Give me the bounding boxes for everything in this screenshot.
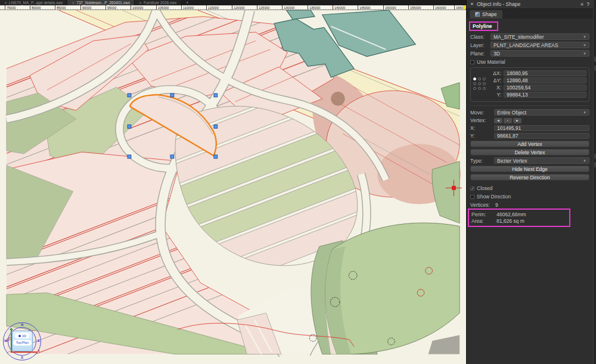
ruler-tick: 125000: [257, 5, 269, 10]
ruler-tick: 85000: [55, 5, 66, 10]
vertex-mid-button[interactable]: ▪: [504, 118, 512, 123]
add-vertex-button[interactable]: Add Vertex: [470, 141, 589, 147]
ruler-tick: 115000: [206, 5, 219, 10]
ruler-tick: 145000: [358, 5, 370, 10]
y-label: Y:: [491, 92, 504, 98]
area-label: Area:: [471, 218, 496, 224]
document-tabbar: ✕ LNS79_MA_P...ape details.vwx ✕ 737_Nob…: [0, 0, 466, 5]
ruler-tick: 120000: [232, 5, 244, 10]
help-icon[interactable]: ?: [586, 1, 589, 7]
close-icon[interactable]: ✕: [4, 1, 7, 5]
show-direction-label: Show Direction: [477, 194, 511, 200]
chevron-down-icon: ▼: [583, 111, 586, 114]
hide-next-edge-button[interactable]: Hide Next Edge: [470, 166, 589, 172]
vertex-x-field[interactable]: 101495,91: [494, 125, 589, 131]
doc-tab-label: 737_Noblessn...P_260401.vwx: [76, 1, 130, 5]
doc-tab-1[interactable]: ✕ LNS79_MA_P...ape details.vwx: [0, 0, 67, 5]
view-compass[interactable]: N E S W X 2D Top/Plan: [3, 322, 42, 362]
layer-label: Layer:: [470, 42, 491, 48]
ruler-tick: 100000: [131, 5, 143, 10]
vertex-type-select[interactable]: Bezier Vertex ▼: [494, 157, 589, 164]
layer-value: PLNT_LANDSCAPE AREAS: [493, 42, 583, 48]
vertices-label: Vertices:: [470, 202, 495, 208]
plane-label: Plane:: [470, 51, 491, 57]
class-select[interactable]: MA_SITE_sitemodifier ▼: [491, 33, 589, 40]
chevron-down-icon: ▼: [583, 52, 586, 55]
vertex-type-label: Type:: [470, 158, 494, 164]
tab-shape-label: Shape: [482, 11, 497, 17]
vertex-y-label: Y:: [470, 133, 494, 139]
doc-tab-2[interactable]: ✕ 737_Noblessn...P_260401.vwx: [67, 0, 135, 5]
dy-field[interactable]: 12880,48: [504, 77, 586, 83]
ruler-tick: 90000: [80, 5, 91, 10]
ruler-tick: 95000: [105, 5, 116, 10]
tree-canopy: [331, 92, 344, 105]
layer-select[interactable]: PLNT_LANDSCAPE AREAS ▼: [491, 42, 589, 48]
x-label: X:: [491, 85, 504, 91]
doc-tab-label: Furniture 2026.vwx: [144, 1, 176, 5]
tab-shape[interactable]: Shape: [470, 10, 502, 18]
ruler-tick: 75000: [5, 5, 15, 10]
vertex-type-value: Bezier Vertex: [497, 158, 583, 164]
closed-label: Closed: [477, 185, 492, 191]
area-value: 81,626 sq m: [496, 218, 524, 224]
close-icon[interactable]: ✕: [139, 1, 142, 5]
close-icon[interactable]: ✕: [470, 2, 474, 7]
chevron-down-icon: ▼: [583, 159, 586, 163]
vertex-next-button[interactable]: ▶: [513, 118, 522, 123]
docked-palette-sliver[interactable]: [593, 0, 596, 364]
vertex-x-label: X:: [470, 125, 494, 131]
move-label: Move:: [470, 110, 494, 116]
dx-label: ΔX:: [491, 70, 504, 76]
closed-checkbox[interactable]: ✓: [470, 186, 474, 191]
compass-east[interactable]: E: [38, 339, 40, 343]
ruler-tick: 150000: [383, 5, 396, 10]
palette-tabstrip: Shape: [467, 9, 593, 18]
ruler-tick: 155000: [408, 5, 421, 10]
dx-field[interactable]: 18080,95: [504, 70, 586, 76]
menu-icon[interactable]: ≡: [581, 1, 583, 7]
drawing-canvas[interactable]: N E S W X 2D Top/Plan: [0, 10, 466, 364]
ruler-tick: 130000: [282, 5, 294, 10]
vertex-prev-button[interactable]: ◀: [494, 118, 502, 123]
move-select[interactable]: Entire Object ▼: [494, 109, 589, 116]
dy-label: ΔY:: [491, 77, 504, 83]
chevron-down-icon: ▼: [583, 35, 586, 39]
x-field[interactable]: 100259,54: [504, 85, 586, 91]
reference-point-grid[interactable]: [473, 70, 488, 99]
shape-cube-icon: [475, 12, 480, 17]
compass-south[interactable]: S: [21, 356, 23, 359]
ruler-tick: 135000: [308, 5, 320, 10]
show-direction-checkbox[interactable]: [470, 195, 474, 199]
ruler-tick: 80000: [30, 5, 41, 10]
class-label: Class:: [470, 34, 491, 40]
close-icon[interactable]: ✕: [72, 1, 74, 5]
coordinates-group: ΔX: 18080,95 ΔY: 12880,48 X: 100259,54 Y…: [470, 67, 589, 102]
new-tab-button[interactable]: +: [181, 0, 193, 5]
plane-select[interactable]: 3D ▼: [491, 50, 589, 57]
vertex-label: Vertex:: [470, 117, 494, 123]
use-material-checkbox[interactable]: [470, 60, 474, 64]
object-info-palette: ✕ Object Info - Shape ≡ ? Shape Polyline…: [466, 0, 593, 364]
view-name-badge[interactable]: Top/Plan: [13, 340, 32, 346]
compass-west[interactable]: W: [4, 339, 8, 343]
view-mode-badge[interactable]: 2D: [15, 333, 30, 338]
delete-vertex-button[interactable]: Delete Vertex: [470, 149, 589, 155]
use-material-label: Use Material: [477, 59, 505, 65]
app-window: ✕ LNS79_MA_P...ape details.vwx ✕ 737_Nob…: [0, 0, 596, 364]
x-axis-label: X: [38, 349, 40, 353]
y-axis-indicator: [11, 329, 12, 352]
ruler-tick: 105000: [156, 5, 169, 10]
reverse-direction-button[interactable]: Reverse Direction: [470, 174, 589, 181]
view-mode-label: 2D: [22, 334, 26, 338]
palette-title: Object Info - Shape: [477, 1, 520, 7]
perim-value: 46062,66mm: [496, 211, 526, 217]
horizontal-ruler: 75000 80000 85000 90000 95000 100000 105…: [0, 5, 466, 10]
perimeter-area-highlight: Perim: 46062,66mm Area: 81,626 sq m: [468, 209, 570, 227]
ruler-tick: 160000: [433, 5, 446, 10]
y-field[interactable]: 99884,13: [504, 92, 586, 98]
compass-north[interactable]: N: [21, 323, 23, 326]
plane-value: 3D: [493, 51, 583, 57]
vertex-y-field[interactable]: 98661,87: [494, 133, 589, 139]
doc-tab-3[interactable]: ✕ Furniture 2026.vwx: [135, 0, 181, 5]
